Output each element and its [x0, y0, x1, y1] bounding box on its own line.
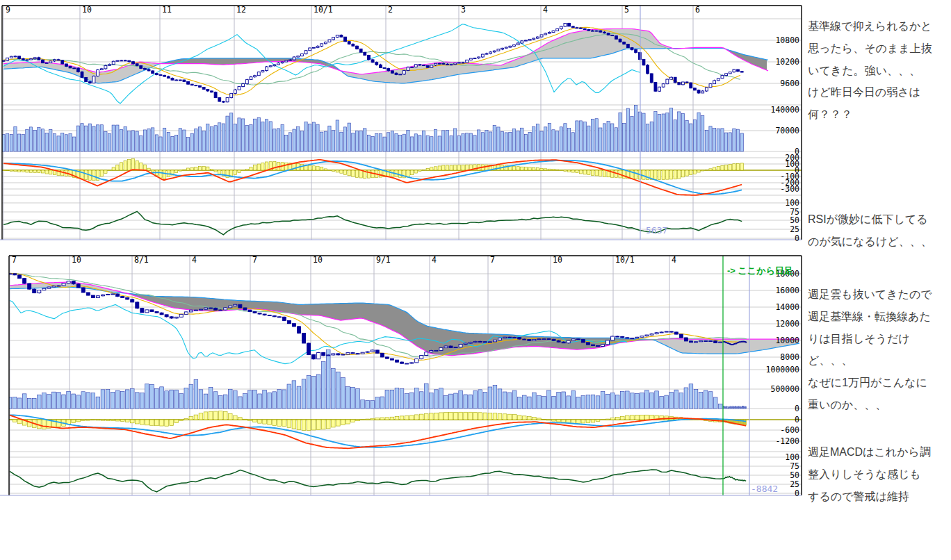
svg-text:0: 0: [795, 488, 799, 498]
volume-layer: [2, 106, 743, 151]
svg-text:25: 25: [790, 479, 799, 489]
cursor-value-top: 5637: [646, 225, 667, 236]
svg-text:1000000: 1000000: [766, 365, 800, 374]
svg-text:16000: 16000: [775, 286, 799, 295]
svg-text:70000: 70000: [775, 126, 799, 135]
chart-workspace: 108001020096001400007000002001000-100-20…: [0, 0, 951, 560]
svg-text:-300: -300: [780, 184, 799, 194]
svg-text:75: 75: [790, 461, 799, 471]
svg-text:10: 10: [313, 255, 323, 265]
svg-text:7: 7: [252, 255, 257, 265]
ichimoku-cloud-layer: [10, 282, 799, 356]
marker-lines-layer: [723, 256, 749, 495]
svg-text:10800: 10800: [775, 35, 799, 45]
svg-text:0: 0: [795, 233, 799, 243]
svg-text:10: 10: [82, 5, 92, 15]
volume-layer: [8, 350, 746, 409]
svg-text:4: 4: [672, 255, 676, 265]
cursor-value-bottom: -8842: [751, 484, 778, 494]
svg-text:3: 3: [461, 5, 466, 15]
svg-text:0: 0: [795, 415, 799, 425]
macd-histogram-layer: [2, 159, 743, 181]
daily-from-here-label: -> ここから日足: [727, 265, 793, 277]
svg-text:100: 100: [785, 198, 799, 208]
comment-top-rsi: RSIが微妙に低下してる のが気になるけど、、、: [808, 208, 948, 253]
svg-text:-600: -600: [780, 425, 799, 435]
svg-text:10: 10: [553, 255, 562, 265]
svg-text:10/1: 10/1: [314, 5, 333, 15]
svg-text:11: 11: [162, 5, 172, 15]
svg-text:8/1: 8/1: [134, 255, 149, 265]
rsi-line-layer: [10, 470, 746, 492]
svg-text:10000: 10000: [775, 336, 799, 345]
svg-text:500000: 500000: [770, 384, 799, 394]
svg-text:12: 12: [236, 5, 246, 15]
svg-text:5: 5: [624, 5, 629, 15]
svg-text:10200: 10200: [775, 57, 799, 67]
svg-text:9600: 9600: [780, 79, 799, 88]
comment-top-price: 基準線で抑えられるかと 思ったら、そのまま上抜 いてきた。強い、、、 けど昨日今…: [808, 15, 948, 126]
svg-text:25: 25: [790, 224, 799, 234]
svg-text:100: 100: [785, 452, 799, 462]
svg-text:14000: 14000: [775, 302, 799, 312]
svg-text:6: 6: [695, 5, 700, 15]
svg-text:50: 50: [790, 470, 799, 480]
svg-text:7: 7: [490, 255, 495, 265]
svg-text:7: 7: [12, 255, 17, 265]
comment-weekly-macd: 週足MACDはこれから調 整入りしそうな感じも するので警戒は維持: [808, 441, 948, 507]
svg-text:4: 4: [543, 5, 548, 15]
rsi-line-layer: [3, 211, 742, 235]
svg-text:4: 4: [192, 255, 197, 265]
svg-text:12000: 12000: [775, 319, 799, 329]
svg-text:10: 10: [72, 255, 81, 265]
comment-weekly: 週足雲も抜いてきたので 週足基準線・転換線あた りは目指しそうだけ ど、、、 な…: [808, 283, 948, 416]
svg-text:8000: 8000: [780, 352, 799, 362]
svg-text:9: 9: [6, 5, 10, 15]
svg-text:50: 50: [790, 215, 799, 225]
svg-text:0: 0: [795, 404, 799, 413]
svg-text:9/1: 9/1: [376, 255, 391, 265]
svg-text:-1200: -1200: [775, 436, 799, 446]
svg-text:140000: 140000: [770, 105, 799, 115]
grid-layer: [9, 256, 802, 495]
svg-text:4: 4: [432, 255, 437, 265]
svg-text:2: 2: [388, 5, 393, 15]
svg-text:10/1: 10/1: [615, 255, 635, 265]
